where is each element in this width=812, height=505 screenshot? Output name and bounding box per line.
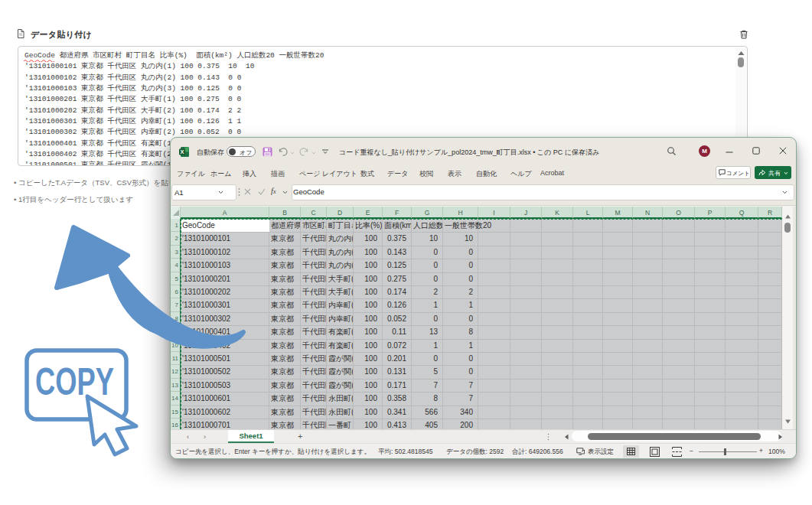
svg-text:COPY: COPY [35,360,114,403]
svg-text:X: X [180,148,184,155]
